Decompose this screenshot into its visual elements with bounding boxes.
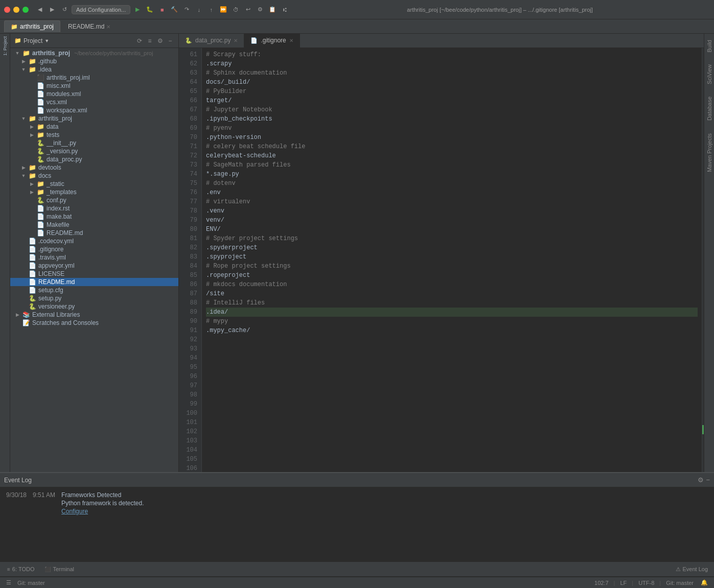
tree-item-dataproc[interactable]: ▶ 🐍 data_proc.py [10, 155, 178, 163]
todo-tab-label: 6: TODO [12, 566, 35, 572]
tree-item-gitignore[interactable]: ▶ 📄 .gitignore [10, 245, 178, 253]
tree-item-tests[interactable]: ▶ 📁 tests [10, 131, 178, 139]
tree-item-static[interactable]: ▶ 📁 _static [10, 180, 178, 188]
refresh-icon[interactable]: ↺ [59, 5, 70, 15]
close-bottom-panel-icon[interactable]: − [706, 476, 710, 484]
tree-item-arthritis-folder[interactable]: ▼ 📁 arthritis_proj [10, 114, 178, 123]
editor-wrapper: 6162636465666768697071727374757677787980… [179, 48, 704, 472]
tree-item-setuppy[interactable]: ▶ 🐍 setup.py [10, 294, 178, 302]
debug-icon[interactable]: 🐛 [145, 5, 155, 15]
tree-item-workspacexml[interactable]: ▶ 📄 workspace.xml [10, 106, 178, 114]
tree-item-makefile[interactable]: ▶ 📄 Makefile [10, 221, 178, 229]
terminal-tab[interactable]: ⬛ Terminal [39, 564, 79, 574]
sync-icon[interactable]: ⟳ [135, 37, 144, 45]
settings-icon[interactable]: ⚙ [255, 5, 265, 15]
traffic-lights[interactable] [4, 7, 29, 13]
tree-item-modulesxml[interactable]: ▶ 📄 modules.xml [10, 90, 178, 98]
tree-item-indexrst[interactable]: ▶ 📄 index.rst [10, 204, 178, 213]
tree-item-versioneer[interactable]: ▶ 🐍 versioneer.py [10, 302, 178, 311]
tree-item-license[interactable]: ▶ 📄 LICENSE [10, 270, 178, 278]
tree-item-setupcfg[interactable]: ▶ 📄 setup.cfg [10, 286, 178, 294]
tree-item-readme-docs[interactable]: ▶ 📄 README.md [10, 229, 178, 237]
tree-item-github[interactable]: ▶ 📁 .github [10, 57, 178, 65]
tree-item-init[interactable]: ▶ 🐍 __init__.py [10, 139, 178, 147]
tree-item-devtools[interactable]: ▶ 📁 devtools [10, 163, 178, 172]
git-branch[interactable]: Git: master [663, 580, 697, 586]
file-icon: ⬛ [37, 74, 44, 81]
editor-right-gutter [702, 48, 704, 472]
notifications-icon[interactable]: 🔔 [699, 579, 710, 586]
tree-item-codecov[interactable]: ▶ 📄 .codecov.yml [10, 237, 178, 245]
resume-icon[interactable]: ⏩ [218, 5, 228, 15]
tree-item-iml[interactable]: ▶ ⬛ arthritis_proj.iml [10, 74, 178, 82]
sidebar-toggle-icon[interactable]: ☰ [4, 579, 13, 586]
tree-label: tests [47, 131, 59, 138]
vcs-icon[interactable]: 📋 [267, 5, 278, 15]
position-indicator[interactable]: 102:7 [591, 580, 612, 586]
tree-item-scratches[interactable]: ▶ 📝 Scratches and Consoles [10, 319, 178, 327]
chevron-down-icon[interactable]: ▼ [44, 38, 49, 43]
tree-item-templates[interactable]: ▶ 📁 _templates [10, 188, 178, 196]
tree-item-vcsxml[interactable]: ▶ 📄 vcs.xml [10, 98, 178, 106]
forward-icon[interactable]: ▶ [47, 5, 57, 15]
tree-item-appveyor[interactable]: ▶ 📄 appveyor.yml [10, 262, 178, 270]
database-tab[interactable]: Database [705, 92, 713, 125]
tree-item-makebat[interactable]: ▶ 📄 make.bat [10, 213, 178, 221]
code-line: # IntelliJ files [206, 298, 698, 308]
step-over-icon[interactable]: ↷ [181, 5, 192, 15]
tree-item-travis[interactable]: ▶ 📄 .travis.yml [10, 253, 178, 262]
filter-icon[interactable]: ≡ [146, 37, 154, 45]
tree-item-root[interactable]: ▼ 📁 arthritis_proj ~/bee/code/python/art… [10, 49, 178, 57]
tree-item-readme-root[interactable]: ▶ 📄 README.md [10, 278, 178, 286]
settings-icon[interactable]: ⚙ [698, 476, 704, 484]
revert-icon[interactable]: ↩ [243, 5, 253, 15]
event-entry: 9/30/18 9:51 AM Frameworks Detected Pyth… [6, 491, 708, 515]
sciview-tab[interactable]: SciView [705, 60, 713, 88]
history-icon[interactable]: ⏱ [231, 5, 241, 15]
project-tab-close[interactable]: ✕ [106, 24, 110, 30]
tree-item-miscxml[interactable]: ▶ 📄 misc.xml [10, 82, 178, 90]
todo-tab[interactable]: ≡ 6: TODO [2, 564, 39, 574]
stop-icon[interactable]: ■ [157, 5, 167, 15]
tree-item-idea[interactable]: ▼ 📁 .idea [10, 65, 178, 74]
line-number: 77 [179, 197, 197, 206]
tree-item-confpy[interactable]: ▶ 🐍 conf.py [10, 196, 178, 204]
project-tab-readme[interactable]: README.md ✕ [61, 20, 117, 32]
event-log-tab[interactable]: ⚠ Event Log [676, 566, 712, 573]
sidebar-item-project[interactable]: 1: Project [1, 36, 9, 56]
line-number: 67 [179, 105, 197, 114]
build-tab[interactable]: Build [705, 36, 713, 56]
maven-tab[interactable]: Maven Projects [705, 129, 713, 176]
vcs-status[interactable]: Git: master [14, 580, 48, 586]
project-tab-arthritis[interactable]: 📁 arthritis_proj [4, 20, 60, 32]
editor-tab-dataproc[interactable]: 🐍 data_proc.py ✕ [179, 33, 244, 48]
maximize-button[interactable] [22, 7, 29, 13]
event-configure-link[interactable]: Configure [61, 508, 144, 515]
build-icon[interactable]: 🔨 [169, 5, 179, 15]
step-into-icon[interactable]: ↓ [194, 5, 204, 15]
code-line: .spyderproject [206, 243, 698, 252]
back-icon[interactable]: ◀ [35, 5, 45, 15]
cfg-file-icon: 📄 [29, 287, 36, 294]
tab-close-gitignore[interactable]: ✕ [289, 38, 293, 43]
tree-item-ext-libs[interactable]: ▶ 📚 External Libraries [10, 311, 178, 319]
editor-tab-bar: 🐍 data_proc.py ✕ 📄 .gitignore ✕ [179, 34, 704, 48]
run-icon[interactable]: ▶ [132, 5, 143, 15]
folder-icon: 📁 [29, 172, 36, 179]
gear-icon[interactable]: ⚙ [156, 37, 164, 45]
minimize-panel-icon[interactable]: − [166, 37, 174, 45]
close-button[interactable] [4, 7, 10, 13]
tree-item-data[interactable]: ▶ 📁 data [10, 123, 178, 131]
tree-item-docs[interactable]: ▼ 📁 docs [10, 172, 178, 180]
encoding[interactable]: UTF-8 [635, 580, 657, 586]
line-ending[interactable]: LF [617, 580, 630, 586]
step-out-icon[interactable]: ↑ [206, 5, 216, 15]
minimize-button[interactable] [13, 7, 19, 13]
code-content[interactable]: # Scrapy stuff:.scrapy# Sphinx documenta… [202, 48, 702, 472]
tree-arrow-github: ▶ [20, 58, 27, 64]
editor-tab-gitignore[interactable]: 📄 .gitignore ✕ [244, 33, 300, 48]
tab-close-dataproc[interactable]: ✕ [234, 38, 238, 43]
tree-item-version[interactable]: ▶ 🐍 _version.py [10, 147, 178, 155]
add-config-button[interactable]: Add Configuration... [72, 5, 130, 14]
git-icon[interactable]: ⑆ [280, 5, 290, 15]
